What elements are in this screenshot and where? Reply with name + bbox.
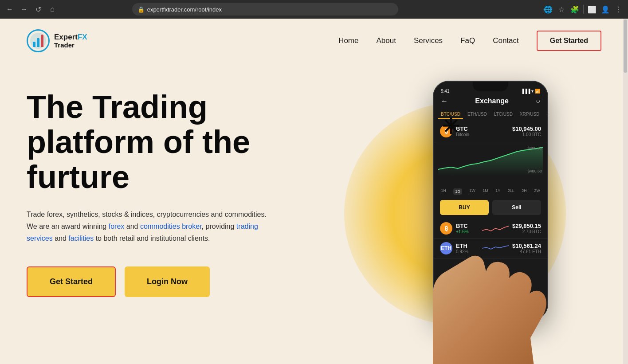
phone-back-icon: ←: [441, 97, 448, 105]
btc-amount: 1.00 BTC: [512, 132, 541, 137]
commodities-link[interactable]: commodities broker: [140, 223, 202, 230]
home-button[interactable]: ⌂: [47, 4, 58, 15]
hand-svg: [397, 205, 584, 364]
logo-bar-3: [41, 35, 43, 47]
time-1y[interactable]: 1Y: [495, 188, 500, 195]
phone-tab-ltc[interactable]: LTC/USD: [491, 110, 515, 119]
hero-image: ✳ 9:41 ▐▐▐ ▾ 📶 ← Exchange ○: [293, 81, 601, 347]
hero-get-started-button[interactable]: Get Started: [27, 266, 116, 297]
time-2w[interactable]: 2W: [534, 188, 540, 195]
extensions-icon[interactable]: 🧩: [570, 4, 580, 14]
divider: [583, 5, 584, 14]
forward-button[interactable]: →: [19, 4, 29, 15]
menu-icon[interactable]: ⋮: [614, 4, 624, 14]
logo-icon: [27, 29, 50, 52]
phone-screen-title: Exchange: [475, 97, 509, 105]
phone-hand: 9:41 ▐▐▐ ▾ 📶 ← Exchange ○ BTC/USD ETH/US…: [397, 72, 584, 364]
chart-high-label: $489.30: [527, 146, 542, 150]
logo-text: ExpertFX Trader: [54, 33, 87, 49]
translate-icon[interactable]: 🌐: [543, 4, 553, 14]
phone-search-icon: ○: [536, 97, 540, 105]
btc-info: BTC Bitcoin: [456, 125, 512, 137]
navbar: ExpertFX Trader Home About Services FaQ …: [0, 19, 628, 63]
hero-login-button[interactable]: Login Now: [125, 266, 210, 297]
nav-about[interactable]: About: [376, 36, 396, 45]
btc-price: $10,945.00 1.00 BTC: [512, 125, 541, 137]
lock-icon: 🔒: [137, 6, 145, 13]
hero-content: The Trading platform of the furture Trad…: [27, 81, 293, 297]
logo-bar-2: [37, 38, 39, 47]
phone-chart: $489.30: [434, 142, 547, 187]
hero-title: The Trading platform of the furture: [27, 90, 293, 195]
url-text: expertfxtrader.com/root/index: [147, 6, 222, 13]
btc-price-val: $10,945.00: [512, 125, 541, 132]
sparkle-icon: ✳: [442, 116, 459, 137]
time-1m[interactable]: 1M: [483, 188, 488, 195]
phone-time: 9:41: [441, 89, 449, 94]
hero-title-line1: The Trading: [27, 89, 208, 125]
forex-link[interactable]: forex: [109, 223, 125, 230]
logo-trader-text: Trader: [54, 42, 87, 49]
nav-home[interactable]: Home: [338, 36, 358, 45]
time-2h[interactable]: 2H: [522, 188, 527, 195]
logo-expertfx: ExpertFX: [54, 33, 87, 42]
hero-title-line2: platform of the: [27, 124, 250, 160]
btc-name: BTC: [456, 125, 512, 132]
page-wrapper: ExpertFX Trader Home About Services FaQ …: [0, 19, 628, 364]
browser-chrome: ← → ↺ ⌂ 🔒 expertfxtrader.com/root/index …: [0, 0, 628, 19]
time-1d[interactable]: 1D: [453, 188, 462, 195]
phone-signal: ▐▐▐ ▾ 📶: [521, 89, 540, 94]
back-button[interactable]: ←: [4, 4, 15, 15]
nav-contact[interactable]: Contact: [493, 36, 519, 45]
logo[interactable]: ExpertFX Trader: [27, 29, 87, 52]
nav-services[interactable]: Services: [414, 36, 443, 45]
nav-faq[interactable]: FaQ: [460, 36, 475, 45]
phone-notch: [473, 82, 508, 91]
hero-section: The Trading platform of the furture Trad…: [0, 63, 628, 360]
phone-tab-eth[interactable]: ETH/USD: [465, 110, 490, 119]
nav-links: Home About Services FaQ Contact: [338, 36, 519, 45]
time-1w[interactable]: 1W: [469, 188, 475, 195]
phone-header: ← Exchange ○: [434, 94, 547, 109]
browser-actions: 🌐 ☆ 🧩 ⬜ 👤 ⋮: [543, 4, 624, 14]
refresh-button[interactable]: ↺: [33, 4, 43, 15]
chart-low-label: $480.60: [527, 169, 542, 173]
address-bar[interactable]: 🔒 expertfxtrader.com/root/index: [132, 3, 398, 16]
phone-tab-xrp[interactable]: XRP/USD: [517, 110, 542, 119]
tablet-icon[interactable]: ⬜: [587, 4, 597, 14]
logo-bar-1: [33, 42, 35, 47]
hero-buttons: Get Started Login Now: [27, 266, 293, 297]
facilities-link[interactable]: facilities: [68, 235, 94, 242]
hand-container: [397, 205, 584, 364]
phone-tab-eos[interactable]: EOS: [544, 110, 547, 119]
time-2ll[interactable]: 2LL: [508, 188, 514, 195]
hero-description: Trade forex, synthetics, stocks & indice…: [27, 208, 275, 245]
profile-icon[interactable]: 👤: [601, 4, 610, 14]
hero-title-line3: furture: [27, 159, 130, 195]
scrollbar[interactable]: [623, 19, 628, 364]
btc-fullname: Bitcoin: [456, 132, 512, 137]
phone-time-tabs: 1H 1D 1W 1M 1Y 2LL 2H 2W: [434, 187, 547, 196]
navbar-get-started-button[interactable]: Get Started: [537, 31, 601, 51]
bookmark-icon[interactable]: ☆: [557, 4, 566, 14]
time-1h[interactable]: 1H: [441, 188, 446, 195]
